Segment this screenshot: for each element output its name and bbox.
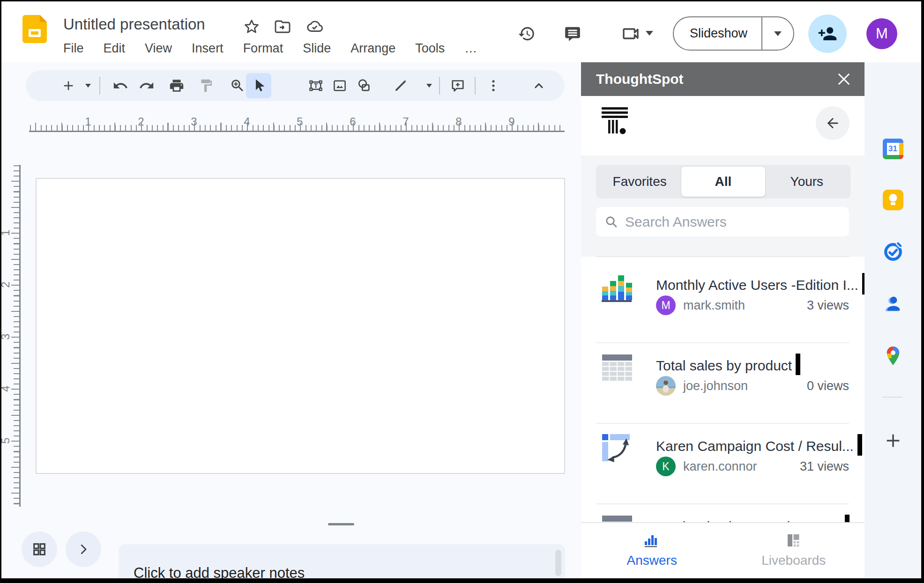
version-history-icon[interactable] <box>516 23 537 44</box>
back-button[interactable] <box>816 106 849 140</box>
text-cursor <box>845 515 849 522</box>
search-box[interactable] <box>596 207 849 236</box>
notes-resize-handle[interactable] <box>328 523 354 525</box>
move-folder-icon[interactable] <box>272 16 293 37</box>
menu-file[interactable]: File <box>63 41 84 56</box>
grid-view-icon <box>31 541 47 557</box>
tab-favorites[interactable]: Favorites <box>598 167 681 197</box>
grid-view-button[interactable] <box>22 531 57 567</box>
owner-name: joe.johnson <box>683 376 748 396</box>
screen-border <box>0 578 924 583</box>
item-title: Total sales by product <box>656 354 800 375</box>
slideshow-caret-icon <box>774 31 782 36</box>
toolbar-separator <box>99 77 100 95</box>
document-title[interactable]: Untitled presentation <box>63 15 205 33</box>
views-count: 3 views <box>807 295 849 315</box>
owner-name: mark.smith <box>683 295 745 315</box>
arrow-left-icon <box>825 115 841 131</box>
bottom-nav-icon <box>644 533 660 549</box>
ruler-number: 3 <box>0 333 12 339</box>
text-box-button[interactable]: T <box>306 76 325 95</box>
tab-all[interactable]: All <box>681 167 765 197</box>
answers-list: Monthly Active Users -Edition I... M mar… <box>581 257 864 522</box>
menu-bar: FileEditViewInsertFormatSlideArrangeTool… <box>63 41 477 56</box>
panel-controls-section: FavoritesAllYours <box>581 155 864 257</box>
zoom-button[interactable] <box>228 76 247 95</box>
bottom-nav-label: Answers <box>627 553 677 568</box>
line-caret[interactable] <box>420 76 439 95</box>
answer-list-item[interactable]: Total Sales by Store (Group A <box>596 504 849 522</box>
menu-slide[interactable]: Slide <box>303 41 331 56</box>
star-icon[interactable] <box>241 16 262 37</box>
screen-border <box>0 0 924 1</box>
menu-insert[interactable]: Insert <box>192 41 224 56</box>
insert-image-button[interactable] <box>330 76 349 95</box>
menu-edit[interactable]: Edit <box>104 41 126 56</box>
table-icon <box>600 511 634 522</box>
answer-list-item[interactable]: Total sales by product joe.johnson 0 vie… <box>596 343 849 424</box>
select-tool-button[interactable] <box>249 76 268 95</box>
print-button[interactable] <box>167 76 186 95</box>
stacked-bar-chart-icon <box>600 269 634 304</box>
owner-avatar: K <box>656 457 676 476</box>
toolbar-separator <box>475 77 476 95</box>
menu-more[interactable]: … <box>464 41 477 56</box>
paint-format-button[interactable] <box>197 76 216 95</box>
account-avatar[interactable]: M <box>866 18 897 49</box>
camera-dropdown-caret[interactable] <box>646 31 653 36</box>
answer-list-item[interactable]: Karen Campaign Cost / Resul... K karen.c… <box>596 424 849 504</box>
tab-yours[interactable]: Yours <box>765 167 849 197</box>
close-icon[interactable] <box>835 71 852 88</box>
menu-view[interactable]: View <box>145 41 172 56</box>
notes-scrollbar[interactable] <box>555 550 561 576</box>
maps-icon[interactable] <box>883 346 903 366</box>
calendar-day: 31 <box>887 143 899 155</box>
slide-canvas[interactable] <box>36 178 565 474</box>
slideshow-dropdown[interactable] <box>761 17 793 50</box>
insert-line-button[interactable] <box>391 76 410 95</box>
item-type-icon <box>600 269 634 304</box>
comments-icon[interactable] <box>562 23 583 44</box>
calendar-icon[interactable]: 31 <box>883 139 903 159</box>
item-title: Monthly Active Users -Edition I... <box>656 273 864 295</box>
add-addon-icon[interactable] <box>883 430 903 451</box>
new-slide-caret[interactable] <box>79 76 97 95</box>
share-button[interactable] <box>808 15 847 53</box>
bottom-nav-liveboards[interactable]: Liveboards <box>723 523 865 578</box>
thoughtspot-logo <box>601 106 630 136</box>
bottom-nav-answers[interactable]: Answers <box>581 523 723 578</box>
speaker-notes-box[interactable]: Click to add speaker notes <box>119 544 565 582</box>
contacts-icon[interactable] <box>883 294 903 314</box>
menu-arrange[interactable]: Arrange <box>350 41 395 56</box>
pivot-chart-icon <box>600 430 634 465</box>
workspace-side-strip: 31 <box>864 62 921 578</box>
meet-camera-icon[interactable] <box>620 23 641 44</box>
undo-button[interactable] <box>111 76 130 95</box>
views-count: 31 views <box>800 457 849 476</box>
panel-title: ThoughtSpot <box>596 71 684 87</box>
expand-filmstrip-button[interactable] <box>66 531 101 567</box>
text-cursor <box>796 354 800 375</box>
slides-logo[interactable] <box>22 15 47 43</box>
new-slide-button[interactable] <box>59 76 78 95</box>
ruler-number: 4 <box>0 385 12 391</box>
answer-list-item[interactable]: Monthly Active Users -Edition I... M mar… <box>596 263 849 343</box>
owner-avatar: M <box>656 295 676 315</box>
tasks-icon[interactable] <box>883 242 903 262</box>
item-title: Karen Campaign Cost / Resul... <box>656 434 862 456</box>
search-input[interactable] <box>625 214 841 230</box>
text-cursor <box>857 434 862 456</box>
ruler-number: 2 <box>0 281 12 288</box>
hide-menus-button[interactable] <box>529 76 548 95</box>
keep-icon[interactable] <box>883 190 903 210</box>
slideshow-label[interactable]: Slideshow <box>674 17 761 50</box>
item-type-icon <box>600 350 634 384</box>
redo-button[interactable] <box>137 76 156 95</box>
insert-comment-button[interactable] <box>448 76 467 95</box>
more-options-button[interactable] <box>484 76 503 95</box>
slideshow-button[interactable]: Slideshow <box>673 16 794 51</box>
insert-shape-button[interactable] <box>355 76 373 95</box>
cloud-saved-icon[interactable] <box>304 16 325 37</box>
menu-format[interactable]: Format <box>243 41 283 56</box>
menu-tools[interactable]: Tools <box>415 41 445 56</box>
